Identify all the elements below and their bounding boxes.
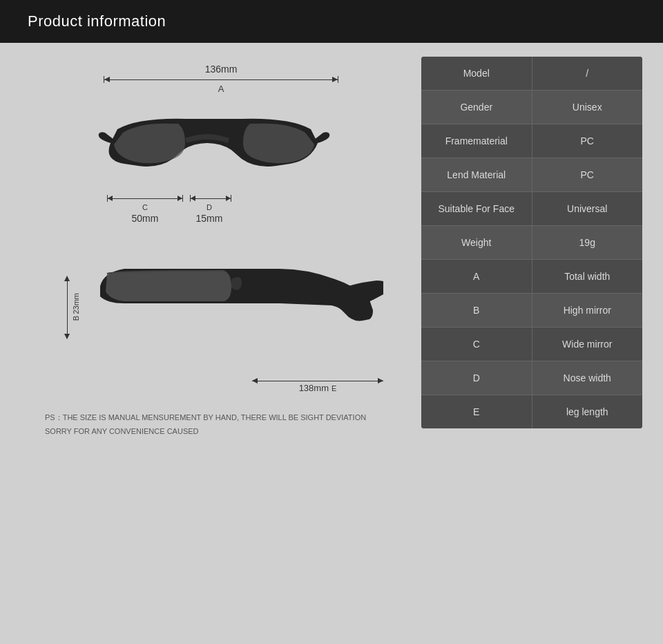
table-cell-value: High mirror — [532, 294, 643, 327]
table-cell-value: Universal — [532, 192, 643, 225]
dim-d-letter: D — [206, 203, 212, 211]
table-cell-label: Gender — [421, 91, 532, 124]
table-row: ATotal width — [421, 260, 642, 294]
page-title: Product information — [28, 12, 166, 30]
dim-b-mm: 23mm — [72, 293, 80, 314]
dim-b-letter: B — [72, 316, 80, 321]
table-cell-value: Wide mirror — [532, 328, 643, 361]
table-cell-value: / — [532, 57, 643, 90]
table-cell-label: Framematerial — [421, 124, 532, 158]
table-row: Model/ — [421, 57, 642, 91]
table-cell-label: B — [421, 294, 532, 327]
table-row: Suitable For FaceUniversal — [421, 192, 642, 226]
dim-a-value: 136mm — [205, 64, 238, 75]
product-info-table: Model/GenderUnisexFramematerialPCLend Ma… — [421, 57, 642, 428]
table-row: Eleg length — [421, 395, 642, 428]
left-panel: 136mm A — [21, 57, 407, 437]
dim-e-value: 138mm — [299, 383, 329, 393]
table-cell-label: A — [421, 260, 532, 293]
dim-d-value: 15mm — [196, 213, 223, 224]
glasses-side-svg — [86, 245, 383, 383]
glasses-side-section: 23mm B — [52, 238, 397, 404]
table-cell-value: Nose width — [532, 361, 643, 395]
table-row: CWide mirror — [421, 328, 642, 361]
table-row: DNose width — [421, 361, 642, 395]
table-cell-label: E — [421, 395, 532, 428]
dim-c-letter: C — [142, 203, 148, 211]
dim-e-letter: E — [332, 384, 336, 392]
glasses-top-image — [97, 98, 332, 188]
table-cell-value: Unisex — [532, 91, 643, 124]
page-header: Product information — [0, 0, 663, 43]
table-cell-label: D — [421, 361, 532, 395]
ps-note-container: PS：THE SIZE IS MANUAL MENSUREMENT BY HAN… — [45, 410, 390, 437]
table-cell-label: Model — [421, 57, 532, 90]
table-cell-label: Suitable For Face — [421, 192, 532, 225]
table-cell-label: Lend Material — [421, 158, 532, 191]
table-row: GenderUnisex — [421, 91, 642, 124]
table-row: Lend MaterialPC — [421, 158, 642, 192]
table-cell-value: Total width — [532, 260, 643, 293]
table-cell-value: PC — [532, 124, 643, 158]
table-row: FramematerialPC — [421, 124, 642, 158]
table-row: Weight19g — [421, 226, 642, 260]
table-cell-value: 19g — [532, 226, 643, 259]
ps-note-text: PS：THE SIZE IS MANUAL MENSUREMENT BY HAN… — [45, 413, 366, 435]
dim-a-letter: A — [218, 84, 224, 94]
table-cell-value: leg length — [532, 395, 643, 428]
table-row: BHigh mirror — [421, 294, 642, 328]
table-cell-label: C — [421, 328, 532, 361]
table-cell-label: Weight — [421, 226, 532, 259]
table-cell-value: PC — [532, 158, 643, 191]
dim-c-value: 50mm — [132, 213, 159, 224]
